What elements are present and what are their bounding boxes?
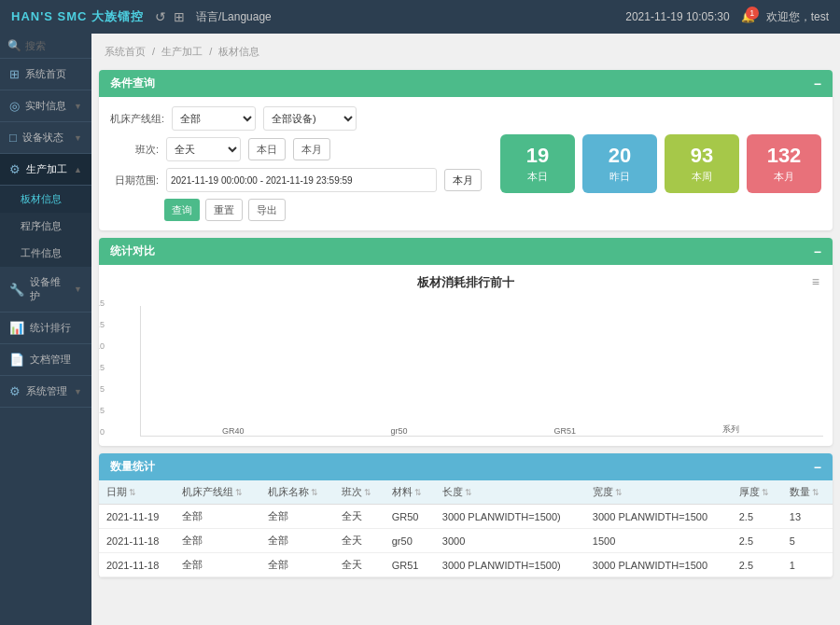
main-content: 系统首页 / 生产加工 / 板材信息 条件查询 − 机床产线组: <box>91 34 840 625</box>
stat-card-today: 19 本日 <box>500 134 575 193</box>
bar-label-series: 系列 <box>722 424 739 436</box>
date-range-label: 日期范围: <box>110 174 159 188</box>
doc-icon: 📄 <box>9 353 24 367</box>
sort-machine-line[interactable]: 机床产线组⇅ <box>182 485 243 499</box>
table-row: 2021-11-18全部全部全天GR513000 PLANWIDTH=1500)… <box>99 553 833 577</box>
stat-month-label: 本月 <box>760 170 808 184</box>
this-month-button[interactable]: 本月 <box>444 169 482 191</box>
sort-material[interactable]: 材料⇅ <box>392 485 422 499</box>
refresh-icon[interactable]: ↺ <box>155 9 166 24</box>
breadcrumb: 系统首页 / 生产加工 / 板材信息 <box>99 41 833 62</box>
sidebar-item-device-maint[interactable]: 🔧 设备维护 ▼ <box>0 267 91 312</box>
table-row: 2021-11-18全部全部全天gr50300015002.55 <box>99 529 833 553</box>
maintenance-icon: 🔧 <box>9 283 24 297</box>
th-machine: 机床名称⇅ <box>260 480 334 505</box>
filter-and-cards: 机床产线组: 全部 全部设备) 班次: 全天 <box>110 106 821 221</box>
sort-thickness[interactable]: 厚度⇅ <box>739 485 769 499</box>
settings-icon: ⚙ <box>9 384 21 398</box>
search-icon: 🔍 <box>7 39 21 52</box>
query-button[interactable]: 查询 <box>164 199 200 221</box>
th-material: 材料⇅ <box>385 480 435 505</box>
shift-select[interactable]: 全天 <box>166 137 241 161</box>
language-selector[interactable]: 语言/Language <box>196 9 272 25</box>
sidebar-item-device-status[interactable]: □ 设备状态 ▼ <box>0 122 91 154</box>
filter-toggle-icon[interactable]: − <box>814 76 821 91</box>
bar-group-gr40: GR40 <box>150 423 316 436</box>
search-input[interactable] <box>25 40 84 51</box>
td-machine: 全部 <box>260 505 334 529</box>
table-body: 2021-11-19全部全部全天GR503000 PLANWIDTH=1500)… <box>99 505 833 577</box>
td-material: GR51 <box>385 553 435 577</box>
sidebar-item-label: 设备维护 <box>30 275 68 303</box>
td-thickness: 2.5 <box>732 553 782 577</box>
td-count: 1 <box>782 553 833 577</box>
td-machine_line: 全部 <box>175 505 259 529</box>
app-body: 🔍 ⊞ 系统首页 ◎ 实时信息 ▼ □ 设备状态 ▼ ⚙ 生产加工 ▲ 板材信息… <box>0 34 840 625</box>
date-range-input[interactable] <box>166 168 437 192</box>
sidebar-item-label: 实时信息 <box>25 99 68 113</box>
bar-label-gr51: GR51 <box>554 426 577 436</box>
data-table: 日期⇅ 机床产线组⇅ 机床名称⇅ 班次⇅ 材料⇅ 长度⇅ 宽度⇅ 厚度⇅ 数量⇅… <box>99 480 833 577</box>
device-status-icon: □ <box>9 131 17 145</box>
sidebar-sub-item-board-info[interactable]: 板材信息 <box>0 186 91 213</box>
machine-line-select[interactable]: 全部 <box>172 106 256 131</box>
header-right: 2021-11-19 10:05:30 🔔 1 欢迎您，test <box>625 9 829 25</box>
sidebar: 🔍 ⊞ 系统首页 ◎ 实时信息 ▼ □ 设备状态 ▼ ⚙ 生产加工 ▲ 板材信息… <box>0 34 91 625</box>
chart-toggle-icon[interactable]: − <box>814 244 821 259</box>
stat-card-month: 132 本月 <box>747 134 821 193</box>
sort-width[interactable]: 宽度⇅ <box>593 485 623 499</box>
sidebar-item-dashboard[interactable]: ⊞ 系统首页 <box>0 59 91 90</box>
td-shift: 全天 <box>334 505 385 529</box>
table-toggle-icon[interactable]: − <box>814 460 821 475</box>
sidebar-sub-item-procedure[interactable]: 程序信息 <box>0 213 91 240</box>
chart-wrapper: 15 12.5 10 7.5 5 2.5 0 GR40 <box>108 299 823 437</box>
month-button[interactable]: 本月 <box>293 138 330 160</box>
y-label: 7.5 <box>99 363 105 372</box>
sidebar-sub-item-workpiece[interactable]: 工件信息 <box>0 240 91 267</box>
td-length: 3000 PLANWIDTH=1500) <box>435 505 585 529</box>
production-icon: ⚙ <box>9 162 21 176</box>
y-label: 5 <box>99 384 105 394</box>
header-icon-group: ↺ ⊞ <box>155 9 185 24</box>
chart-menu-icon[interactable]: ≡ <box>812 274 819 289</box>
sidebar-item-label: 系统首页 <box>25 67 82 81</box>
sort-machine[interactable]: 机床名称⇅ <box>268 485 318 499</box>
th-count: 数量⇅ <box>782 480 833 505</box>
sort-date[interactable]: 日期⇅ <box>106 485 136 499</box>
stat-week-label: 本周 <box>678 170 726 184</box>
y-label: 10 <box>99 341 105 351</box>
td-count: 13 <box>782 505 833 529</box>
sidebar-item-production[interactable]: ⚙ 生产加工 ▲ <box>0 154 91 186</box>
export-button[interactable]: 导出 <box>248 199 286 221</box>
filter-action-buttons: 查询 重置 导出 <box>110 199 482 221</box>
chevron-icon: ▼ <box>74 387 82 396</box>
sort-length[interactable]: 长度⇅ <box>442 485 472 499</box>
sidebar-item-stats[interactable]: 📊 统计排行 <box>0 312 91 344</box>
table-panel-title: 数量统计 <box>110 459 155 475</box>
today-button[interactable]: 本日 <box>248 138 286 160</box>
expand-icon[interactable]: ⊞ <box>174 9 185 24</box>
reset-button[interactable]: 重置 <box>205 199 243 221</box>
sidebar-search[interactable]: 🔍 <box>0 34 91 59</box>
chart-panel-title: 统计对比 <box>110 243 155 259</box>
sub-item-label: 工件信息 <box>21 246 62 260</box>
filter-row-1: 机床产线组: 全部 全部设备) <box>110 106 482 131</box>
machine-select[interactable]: 全部设备) <box>263 106 357 131</box>
user-info[interactable]: 欢迎您，test <box>766 9 829 25</box>
sort-shift[interactable]: 班次⇅ <box>342 485 371 499</box>
header-datetime: 2021-11-19 10:05:30 <box>625 10 729 23</box>
sort-count[interactable]: 数量⇅ <box>790 485 819 499</box>
sidebar-item-doc-mgmt[interactable]: 📄 文档管理 <box>0 344 91 376</box>
chart-container: ≡ 板材消耗排行前十 15 12.5 10 7.5 5 2.5 0 <box>99 265 833 446</box>
notification-bell[interactable]: 🔔 1 <box>741 10 755 23</box>
stat-card-week: 93 本周 <box>665 134 739 193</box>
td-machine_line: 全部 <box>175 553 259 577</box>
sidebar-item-realtime[interactable]: ◎ 实时信息 ▼ <box>0 90 91 122</box>
table-head: 日期⇅ 机床产线组⇅ 机床名称⇅ 班次⇅ 材料⇅ 长度⇅ 宽度⇅ 厚度⇅ 数量⇅ <box>99 480 833 505</box>
th-width: 宽度⇅ <box>585 480 732 505</box>
sidebar-item-sys-mgmt[interactable]: ⚙ 系统管理 ▼ <box>0 376 91 408</box>
chevron-icon: ▲ <box>74 165 82 174</box>
stat-card-yesterday: 20 昨日 <box>582 134 657 193</box>
sub-item-label: 板材信息 <box>21 192 62 206</box>
td-length: 3000 <box>435 529 585 553</box>
